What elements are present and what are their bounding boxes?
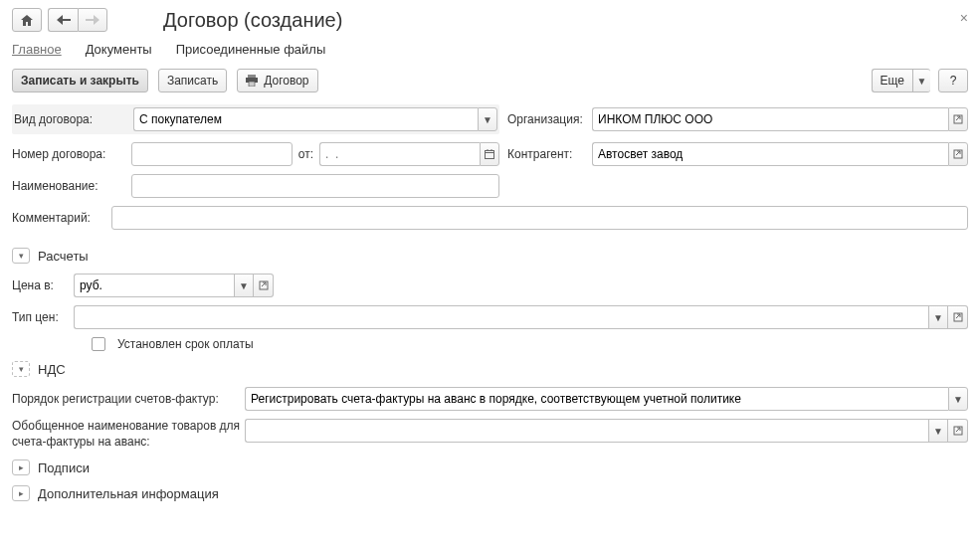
tab-main[interactable]: Главное xyxy=(12,42,62,57)
date-picker-button[interactable] xyxy=(480,142,499,166)
price-type-open[interactable] xyxy=(948,305,968,329)
name-input[interactable] xyxy=(131,174,499,198)
collapser-signatures[interactable]: ▸ xyxy=(12,459,30,475)
open-icon xyxy=(953,426,963,436)
section-extra: Дополнительная информация xyxy=(38,486,219,501)
counterparty-input[interactable] xyxy=(592,142,948,166)
label-name: Наименование: xyxy=(12,179,131,193)
chevron-right-icon: ▸ xyxy=(19,488,24,498)
label-comment: Комментарий: xyxy=(12,211,111,225)
currency-open[interactable] xyxy=(254,274,274,297)
collapser-extra[interactable]: ▸ xyxy=(12,485,30,501)
label-contract-type: Вид договора: xyxy=(14,112,133,126)
page-title: Договор (создание) xyxy=(163,9,342,32)
chevron-down-icon: ▼ xyxy=(917,76,927,87)
open-icon xyxy=(953,312,963,322)
section-signatures: Подписи xyxy=(38,460,90,475)
organization-open[interactable] xyxy=(948,107,968,131)
generic-goods-open[interactable] xyxy=(948,419,968,443)
open-icon xyxy=(953,114,963,124)
open-icon xyxy=(259,280,269,290)
svg-rect-2 xyxy=(249,82,255,87)
date-input[interactable] xyxy=(319,142,480,166)
label-contract-number: Номер договора: xyxy=(12,147,131,161)
forward-button[interactable] xyxy=(78,8,107,32)
label-payment-term-set: Установлен срок оплаты xyxy=(117,337,254,351)
label-organization: Организация: xyxy=(507,112,592,126)
more-caret[interactable]: ▼ xyxy=(912,69,930,92)
help-label: ? xyxy=(950,74,957,88)
chevron-down-icon: ▾ xyxy=(19,364,24,374)
chevron-down-icon: ▼ xyxy=(933,312,943,323)
counterparty-open[interactable] xyxy=(948,142,968,166)
chevron-down-icon: ▼ xyxy=(239,280,249,291)
price-type-dropdown[interactable]: ▼ xyxy=(928,305,948,329)
collapser-vat[interactable]: ▾ xyxy=(12,361,30,377)
arrow-right-icon xyxy=(86,15,99,25)
save-label: Записать xyxy=(167,74,218,88)
close-button[interactable]: × xyxy=(960,10,968,26)
section-settlements: Расчеты xyxy=(38,249,89,264)
open-icon xyxy=(953,149,963,159)
organization-input[interactable] xyxy=(592,107,948,131)
help-button[interactable]: ? xyxy=(938,69,968,92)
print-contract-label: Договор xyxy=(264,74,308,88)
label-generic-goods: Обобщенное наименование товаров для счет… xyxy=(12,419,245,450)
contract-type-input[interactable] xyxy=(133,107,478,131)
generic-goods-dropdown[interactable]: ▼ xyxy=(928,419,948,443)
chevron-down-icon: ▼ xyxy=(953,394,963,405)
more-label: Еще xyxy=(881,74,904,88)
more-dropdown[interactable]: Еще ▼ xyxy=(872,69,930,92)
invoice-order-dropdown[interactable]: ▼ xyxy=(948,387,968,411)
section-vat: НДС xyxy=(38,362,66,377)
label-price-type: Тип цен: xyxy=(12,310,74,324)
contract-number-input[interactable] xyxy=(131,142,293,166)
svg-rect-4 xyxy=(486,151,494,159)
tab-attached-files[interactable]: Присоединенные файлы xyxy=(176,42,326,57)
contract-type-dropdown[interactable]: ▼ xyxy=(478,107,497,131)
close-icon: × xyxy=(960,10,968,26)
generic-goods-input[interactable] xyxy=(245,419,928,443)
tab-documents[interactable]: Документы xyxy=(86,42,152,57)
label-price-in: Цена в: xyxy=(12,278,74,292)
label-counterparty: Контрагент: xyxy=(507,147,592,161)
chevron-down-icon: ▼ xyxy=(933,426,943,437)
save-and-close-button[interactable]: Записать и закрыть xyxy=(12,69,148,92)
arrow-left-icon xyxy=(57,15,71,25)
back-button[interactable] xyxy=(48,8,78,32)
svg-rect-0 xyxy=(248,75,256,78)
currency-input[interactable] xyxy=(74,274,234,297)
save-button[interactable]: Записать xyxy=(158,69,227,92)
price-type-input[interactable] xyxy=(74,305,928,329)
print-contract-button[interactable]: Договор xyxy=(237,69,317,92)
collapser-settlements[interactable]: ▾ xyxy=(12,248,30,264)
label-from: от: xyxy=(298,147,313,161)
label-invoice-order: Порядок регистрации счетов-фактур: xyxy=(12,392,245,406)
calendar-icon xyxy=(485,149,494,159)
invoice-order-input[interactable] xyxy=(245,387,948,411)
chevron-down-icon: ▾ xyxy=(19,251,24,261)
currency-dropdown[interactable]: ▼ xyxy=(234,274,254,297)
home-icon xyxy=(20,14,34,27)
more-button[interactable]: Еще xyxy=(872,69,912,92)
comment-input[interactable] xyxy=(111,206,968,230)
payment-term-checkbox[interactable] xyxy=(92,337,105,351)
chevron-down-icon: ▼ xyxy=(483,114,492,125)
chevron-right-icon: ▸ xyxy=(19,462,24,472)
printer-icon xyxy=(246,75,258,87)
save-and-close-label: Записать и закрыть xyxy=(21,74,139,88)
home-button[interactable] xyxy=(12,8,42,32)
